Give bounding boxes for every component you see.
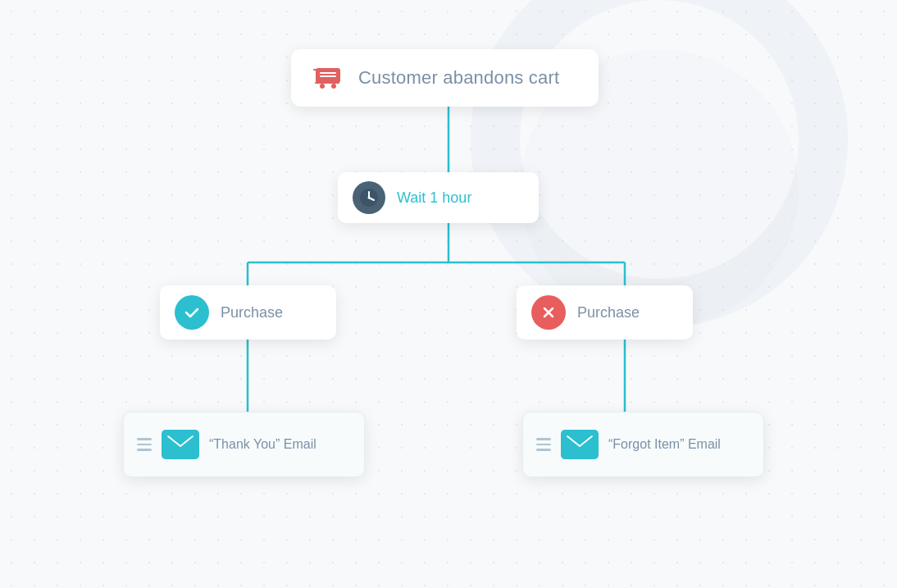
cart-icon bbox=[309, 62, 345, 94]
purchase-no-node[interactable]: Purchase bbox=[517, 285, 693, 340]
menu-line-2 bbox=[536, 444, 551, 446]
svg-point-10 bbox=[320, 84, 325, 89]
envelope-icon-thank bbox=[167, 435, 194, 454]
envelope-icon-forgot bbox=[567, 435, 593, 454]
x-icon-area bbox=[531, 295, 566, 330]
cart-icon-area bbox=[309, 60, 345, 96]
email-forgot-node[interactable]: “Forgot Item” Email bbox=[522, 412, 764, 477]
menu-line-3 bbox=[536, 449, 551, 451]
trigger-node[interactable]: Customer abandons cart bbox=[291, 49, 599, 107]
email-envelope-forgot bbox=[561, 430, 599, 459]
menu-line-1 bbox=[536, 438, 551, 440]
purchase-yes-node[interactable]: Purchase bbox=[160, 285, 336, 340]
wait-node[interactable]: Wait 1 hour bbox=[338, 172, 539, 223]
email-thank-label: “Thank You” Email bbox=[209, 435, 316, 454]
menu-line-2 bbox=[137, 444, 152, 446]
check-icon bbox=[182, 303, 202, 322]
clock-icon-area bbox=[353, 181, 385, 214]
email-thank-node[interactable]: “Thank You” Email bbox=[123, 412, 365, 477]
purchase-no-label: Purchase bbox=[577, 304, 640, 321]
x-icon bbox=[539, 303, 558, 322]
menu-line-3 bbox=[137, 449, 152, 451]
svg-point-16 bbox=[368, 197, 371, 199]
flow-container: Customer abandons cart Wait 1 hour Purch… bbox=[0, 0, 897, 588]
svg-point-11 bbox=[331, 84, 336, 89]
trigger-label: Customer abandons cart bbox=[358, 67, 559, 89]
menu-icon-thank bbox=[137, 438, 152, 451]
email-forgot-label: “Forgot Item” Email bbox=[608, 435, 721, 454]
email-envelope-thank bbox=[162, 430, 199, 459]
purchase-yes-label: Purchase bbox=[221, 304, 283, 321]
clock-icon bbox=[357, 186, 380, 209]
check-icon-area bbox=[175, 295, 209, 330]
menu-icon-forgot bbox=[536, 438, 551, 451]
menu-line-1 bbox=[137, 438, 152, 440]
wait-label: Wait 1 hour bbox=[397, 189, 471, 207]
